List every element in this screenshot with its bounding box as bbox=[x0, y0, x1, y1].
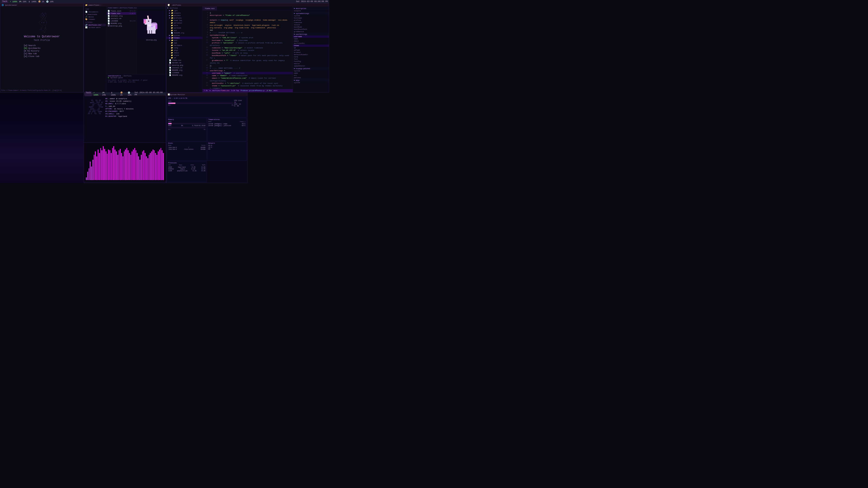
tree-readmeorg2[interactable]: 📄 README.org bbox=[166, 74, 202, 76]
right-tree-name[interactable]: name bbox=[293, 38, 329, 40]
right-tree-font[interactable]: font bbox=[293, 58, 329, 60]
right-tree-spawneditor[interactable]: spawnEditor bbox=[293, 65, 329, 67]
tree-desktop[interactable]: 🖼 desktop.png bbox=[166, 64, 202, 66]
tree-work[interactable]: 📁 work bbox=[166, 24, 202, 27]
editor-code-area[interactable]: 1 { 2 description = "Flake of LibrePhoen… bbox=[203, 11, 293, 89]
tree-pkgs[interactable]: 📁 pkgs bbox=[166, 49, 202, 52]
right-tree-dotfilesdir[interactable]: dotfilesDir bbox=[293, 42, 329, 44]
visualizer-bar bbox=[153, 150, 153, 180]
tree-readme-profiles[interactable]: 📄 README.org bbox=[166, 32, 202, 34]
tree-licensefile[interactable]: 📄 LICENSE bbox=[166, 71, 202, 74]
fm-file-readme[interactable]: 📄 README.org bbox=[107, 22, 136, 25]
right-tree-bootmode[interactable]: bootMode bbox=[293, 26, 329, 28]
right-tree-username[interactable]: username bbox=[293, 35, 329, 38]
fm-file-desktoppng[interactable]: 🖼 desktop.png bbox=[107, 25, 136, 27]
fm-path-bar: /home/emmet/.dotfiles/flake.nix bbox=[106, 6, 166, 9]
right-tree-theme[interactable]: theme bbox=[293, 44, 329, 47]
fm-sidebar-themes[interactable]: 🎨 themes bbox=[84, 18, 106, 21]
right-tree-email[interactable]: email bbox=[293, 40, 329, 42]
tree-personal[interactable]: 📁 personal bbox=[166, 22, 202, 24]
tree-style[interactable]: 📁 style bbox=[166, 54, 202, 57]
editor-tabs: flake.nix bbox=[203, 6, 293, 11]
right-tree-defaultroamdir[interactable]: defaultRoamDir bbox=[293, 54, 329, 56]
fm-sidebar-downloads[interactable]: ⬇ downloads bbox=[84, 13, 106, 15]
right-tree-wmtype[interactable]: wmType bbox=[293, 49, 329, 51]
tag-tech-2: Tech bbox=[85, 92, 92, 96]
right-tree-locale[interactable]: locale bbox=[293, 24, 329, 26]
tree-readme-org[interactable]: 📄 README.org bbox=[166, 69, 202, 71]
sysmon-net-10: 10.5 bbox=[209, 147, 246, 148]
tree-homelab[interactable]: 📁 home lab bbox=[166, 19, 202, 22]
browser-menu-history[interactable]: [S h] History bbox=[24, 50, 60, 53]
editor-main: flake.nix 1 { 2 description = "Flake of … bbox=[203, 6, 293, 92]
sysmon-proc-hyprland-pid: 2926 bbox=[168, 166, 172, 168]
visualizer-bar bbox=[128, 150, 129, 180]
sysmon-panel: 📊 System Monitor CPU - 1.53 1.14 0.78 10… bbox=[166, 93, 248, 183]
right-tree-wm[interactable]: wm bbox=[293, 47, 329, 49]
fm-sidebar-music[interactable]: 🎵 music bbox=[84, 15, 106, 18]
browser-menu-closetab[interactable]: [x] Close tab bbox=[24, 55, 60, 58]
browser-menu-search[interactable]: [o] Search bbox=[24, 44, 60, 47]
sysmon-cpu-bar bbox=[168, 103, 233, 104]
tree-patches[interactable]: ▶ 📁 patches bbox=[166, 14, 202, 17]
right-tree-nixpkgs-name[interactable]: name bbox=[293, 72, 329, 74]
visualizer-bar bbox=[145, 153, 146, 180]
tree-root[interactable]: ▼ .dotfiles bbox=[166, 7, 202, 9]
tree-user[interactable]: ▼ 📁 user bbox=[166, 39, 202, 41]
tree-wsl[interactable]: 📁 wsl bbox=[166, 29, 202, 32]
right-tree-nixpkgs-src[interactable]: src bbox=[293, 74, 329, 76]
right-tree-editor[interactable]: editor bbox=[293, 63, 329, 65]
right-tree-bootmountpath[interactable]: bootMountPath bbox=[293, 28, 329, 31]
tree-lang[interactable]: 📁 lang bbox=[166, 46, 202, 49]
browser-menu-quickmarks[interactable]: [b] Quickmarks bbox=[24, 47, 60, 50]
sysmon-mem-title: Memory bbox=[168, 119, 206, 121]
fm-terminal[interactable]: emmet@snowfire ~/dotfiles $ rapidash-gal… bbox=[106, 74, 166, 92]
right-tree-nixpkgs-system[interactable]: system bbox=[293, 70, 329, 72]
tree-system[interactable]: ▶ 📁 system bbox=[166, 34, 202, 37]
browser-menu-newtab[interactable]: [t] New tab bbox=[24, 53, 60, 55]
tree-profiles[interactable]: ▼ 📁 profiles bbox=[166, 17, 202, 19]
fm-sidebar-octave[interactable]: 📊 octave-work bbox=[84, 26, 106, 29]
visualizer-bar bbox=[107, 154, 108, 180]
visualizer-bar bbox=[96, 156, 97, 180]
tree-outputs[interactable]: ▶ 📁 outputs bbox=[166, 12, 202, 14]
tree-flakenix[interactable]: 📄 flake.nix bbox=[166, 59, 202, 61]
fm-file-license[interactable]: 📄 LICENSE 34.2 K bbox=[107, 20, 136, 22]
sysmon-proc-cpu-header: CPU% bbox=[191, 164, 194, 166]
right-tree-system[interactable]: system bbox=[293, 15, 329, 17]
right-tree-hostname[interactable]: hostname bbox=[293, 17, 329, 19]
tree-shell[interactable]: 📁 shell bbox=[166, 52, 202, 54]
fm-file-flakenix[interactable]: 📄 flake.nix 2.26 K bbox=[107, 12, 136, 15]
right-tree-fontpkg[interactable]: fontPkg bbox=[293, 60, 329, 63]
visualizer-bar bbox=[111, 153, 112, 180]
right-tree-pkgs-system[interactable]: system bbox=[293, 82, 329, 84]
tree-themes[interactable]: ▶ 📁 themes bbox=[166, 37, 202, 39]
fm-title: 📁 bbox=[85, 4, 88, 6]
right-tree-nixpkgs-patches[interactable]: patches bbox=[293, 76, 329, 79]
right-tree-term[interactable]: term bbox=[293, 56, 329, 58]
right-tree-grubdevice[interactable]: grubDevice bbox=[293, 31, 329, 33]
right-tree-timezone[interactable]: timezone bbox=[293, 22, 329, 24]
tree-wm[interactable]: 📁 wm bbox=[166, 57, 202, 59]
fm-file-installsh[interactable]: 📄 install.sh bbox=[107, 17, 136, 20]
tree-hardensh[interactable]: 📄 harden.sh bbox=[166, 61, 202, 64]
tree-hardware[interactable]: 📁 hardware bbox=[166, 44, 202, 46]
right-tree-outputs[interactable]: outputs bbox=[293, 10, 329, 12]
visualizer-bar bbox=[90, 162, 91, 180]
svg-rect-13 bbox=[148, 25, 151, 26]
tree-git[interactable]: ▶ 📁 .git bbox=[166, 9, 202, 12]
tree-app[interactable]: 📁 app bbox=[166, 41, 202, 44]
tree-worklab[interactable]: 📁 worklab bbox=[166, 27, 202, 29]
fm-sidebar-documents[interactable]: 📄 documents bbox=[84, 11, 106, 13]
fm-file-flakelock[interactable]: 📄 flake.lock 27.5 K bbox=[107, 10, 136, 12]
right-tree-profile[interactable]: profile bbox=[293, 19, 329, 22]
editor-title: .dotfiles bbox=[171, 4, 181, 6]
tree-install[interactable]: 📄 install.sh bbox=[166, 66, 202, 69]
fm-sidebar-dotfiles[interactable]: 🔗 dotfiles-dir bbox=[84, 24, 106, 26]
visualizer-bar bbox=[141, 155, 142, 180]
right-tree-browser[interactable]: browser bbox=[293, 51, 329, 54]
fm-file-installorg[interactable]: 📄 install.org bbox=[107, 15, 136, 17]
pkg-status: 📦 2k bbox=[38, 0, 44, 3]
editor-tab-flakenix[interactable]: flake.nix bbox=[203, 6, 217, 10]
sysmon-net-0: 0% bbox=[209, 148, 246, 150]
